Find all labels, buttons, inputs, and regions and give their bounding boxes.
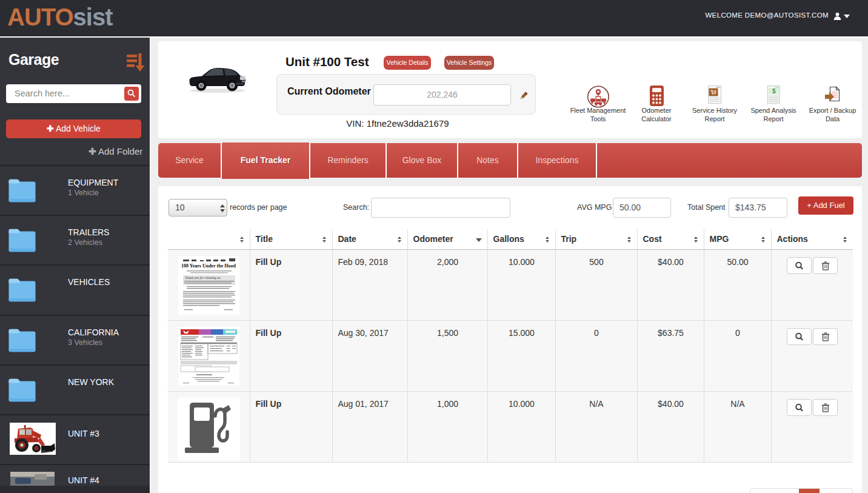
svg-text:$: $ xyxy=(772,88,776,95)
svg-text:Thank you for choosing us.: Thank you for choosing us. xyxy=(185,276,221,280)
svg-text:100 Years Under the Hood: 100 Years Under the Hood xyxy=(181,263,236,269)
